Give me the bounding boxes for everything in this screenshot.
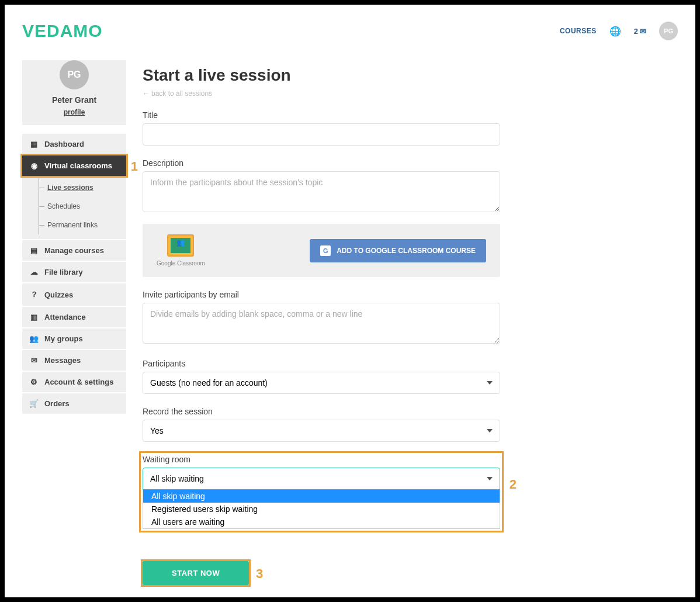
sidebar-item-label: Messages xyxy=(44,356,81,365)
sidebar-item-quizzes[interactable]: ？ Quizzes xyxy=(22,283,126,306)
avatar-large[interactable]: PG xyxy=(60,60,89,89)
description-textarea[interactable] xyxy=(143,171,500,212)
annotation-1: 1 xyxy=(131,159,138,174)
cart-icon: 🛒 xyxy=(29,399,39,408)
profile-card: PG Peter Grant profile xyxy=(22,60,126,125)
title-label: Title xyxy=(143,110,500,120)
annotation-3: 3 xyxy=(256,566,263,582)
subnav-live-sessions[interactable]: Live sessions xyxy=(39,178,126,197)
topbar: VEDAMO COURSES 🌐 2 ✉ PG xyxy=(22,16,678,46)
sidebar-item-label: Account & settings xyxy=(44,378,113,386)
waiting-label: Waiting room xyxy=(143,455,500,464)
question-icon: ？ xyxy=(29,289,39,300)
title-input[interactable] xyxy=(143,123,500,146)
google-classroom-caption: Google Classroom xyxy=(157,260,205,267)
envelope-icon: ✉ xyxy=(640,27,646,36)
record-label: Record the session xyxy=(143,407,500,416)
sidebar-item-attendance[interactable]: ▥ Attendance xyxy=(22,307,126,327)
google-classroom-icon xyxy=(167,234,194,257)
google-icon: G xyxy=(320,245,331,256)
waiting-option-all-skip[interactable]: All skip waiting xyxy=(143,490,500,503)
envelope-icon: ✉ xyxy=(29,356,39,365)
gc-button-label: ADD TO GOOGLE CLASSROOM COURSE xyxy=(337,247,476,255)
sidebar-item-account-settings[interactable]: ⚙ Account & settings xyxy=(22,372,126,392)
avatar-menu[interactable]: PG xyxy=(659,22,678,40)
waiting-option-all-wait[interactable]: All users are waiting xyxy=(143,515,500,528)
waiting-option-registered-skip[interactable]: Registered users skip waiting xyxy=(143,503,500,515)
courses-link[interactable]: COURSES xyxy=(560,27,597,35)
brand-logo[interactable]: VEDAMO xyxy=(22,21,103,41)
main-content: Start a live session ←back to all sessio… xyxy=(126,60,500,585)
sidebar-item-orders[interactable]: 🛒 Orders xyxy=(22,393,126,414)
add-to-google-classroom-button[interactable]: G ADD TO GOOGLE CLASSROOM COURSE xyxy=(310,239,486,262)
sidebar-item-my-groups[interactable]: 👥 My groups xyxy=(22,328,126,349)
gear-icon: ⚙ xyxy=(29,378,39,386)
sidebar-nav: ▦ Dashboard ◉ Virtual classrooms 1 Live … xyxy=(22,134,126,414)
sidebar-item-label: Quizzes xyxy=(44,290,73,299)
back-link-text: back to all sessions xyxy=(151,89,212,98)
sidebar-item-manage-courses[interactable]: ▤ Manage courses xyxy=(22,240,126,261)
sidebar-item-label: Orders xyxy=(44,399,70,408)
start-now-button[interactable]: START NOW xyxy=(143,561,249,585)
cloud-icon: ☁ xyxy=(29,268,39,276)
notifications-link[interactable]: 2 ✉ xyxy=(634,27,646,36)
sidebar-item-label: File library xyxy=(44,268,83,276)
record-select[interactable]: Yes xyxy=(143,420,500,442)
participants-label: Participants xyxy=(143,359,500,368)
subnav-permanent-links[interactable]: Permanent links xyxy=(39,216,126,234)
play-circle-icon: ◉ xyxy=(29,161,39,170)
notification-count: 2 xyxy=(634,27,638,36)
profile-name: Peter Grant xyxy=(28,95,120,105)
description-label: Description xyxy=(143,158,500,168)
sidebar-item-file-library[interactable]: ☁ File library xyxy=(22,262,126,282)
waiting-select[interactable]: All skip waiting xyxy=(143,468,500,490)
subnav-virtual-classrooms: Live sessions Schedules Permanent links xyxy=(22,176,126,239)
sidebar-item-label: Dashboard xyxy=(44,140,84,148)
page-title: Start a live session xyxy=(143,66,500,85)
sidebar-item-dashboard[interactable]: ▦ Dashboard xyxy=(22,134,126,154)
sidebar-item-label: Manage courses xyxy=(44,246,104,255)
waiting-dropdown-panel: All skip waiting Registered users skip w… xyxy=(143,490,500,529)
invite-textarea[interactable] xyxy=(143,303,500,344)
subnav-schedules[interactable]: Schedules xyxy=(39,197,126,216)
invite-label: Invite participants by email xyxy=(143,290,500,299)
sidebar-item-label: Attendance xyxy=(44,313,86,321)
profile-link[interactable]: profile xyxy=(28,108,120,116)
sidebar-item-messages[interactable]: ✉ Messages xyxy=(22,350,126,371)
globe-icon[interactable]: 🌐 xyxy=(609,26,621,37)
annotation-2: 2 xyxy=(510,477,517,492)
sidebar-item-label: Virtual classrooms xyxy=(44,161,112,170)
book-icon: ▤ xyxy=(29,246,39,255)
google-classroom-panel: Google Classroom G ADD TO GOOGLE CLASSRO… xyxy=(143,224,500,277)
users-icon: 👥 xyxy=(29,334,39,343)
sidebar: PG Peter Grant profile ▦ Dashboard ◉ Vir… xyxy=(22,60,126,585)
participants-select[interactable]: Guests (no need for an account) xyxy=(143,372,500,394)
grid-icon: ▦ xyxy=(29,140,39,148)
sidebar-item-virtual-classrooms[interactable]: ◉ Virtual classrooms xyxy=(22,155,126,176)
list-icon: ▥ xyxy=(29,313,39,321)
back-link[interactable]: ←back to all sessions xyxy=(143,89,500,98)
arrow-left-icon: ← xyxy=(143,89,150,98)
sidebar-item-label: My groups xyxy=(44,334,83,343)
